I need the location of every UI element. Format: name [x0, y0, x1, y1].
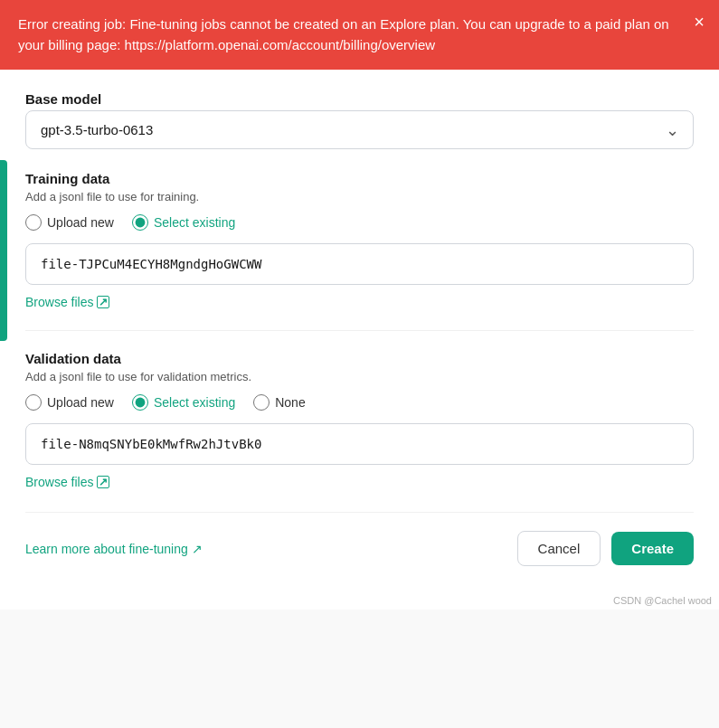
validation-upload-new-radio[interactable]: [25, 394, 42, 411]
main-content: Base model gpt-3.5-turbo-0613 gpt-3.5-tu…: [0, 70, 719, 591]
left-accent-bar: [0, 160, 7, 341]
validation-upload-new-option[interactable]: Upload new: [25, 394, 114, 411]
validation-select-existing-option[interactable]: Select existing: [132, 394, 235, 411]
training-data-desc: Add a jsonl file to use for training.: [25, 190, 694, 203]
create-button[interactable]: Create: [611, 532, 694, 565]
external-link-icon: ↗: [192, 542, 203, 556]
base-model-section: Base model gpt-3.5-turbo-0613 gpt-3.5-tu…: [25, 91, 694, 149]
validation-none-option[interactable]: None: [253, 394, 305, 411]
validation-upload-new-label: Upload new: [47, 395, 114, 410]
training-upload-new-radio[interactable]: [25, 214, 42, 231]
validation-data-title: Validation data: [25, 351, 694, 366]
footer-buttons: Cancel Create: [517, 531, 694, 566]
watermark: CSDN @Cachel wood: [0, 591, 719, 610]
error-banner: Error creating job: Fine-tuning jobs can…: [0, 0, 719, 70]
cancel-button[interactable]: Cancel: [517, 531, 601, 566]
validation-data-desc: Add a jsonl file to use for validation m…: [25, 370, 694, 383]
footer: Learn more about fine-tuning ↗ Cancel Cr…: [25, 512, 694, 566]
validation-file-input[interactable]: [25, 423, 694, 465]
training-select-existing-radio[interactable]: [132, 214, 148, 231]
learn-more-label: Learn more about fine-tuning: [25, 542, 188, 556]
training-data-radio-group: Upload new Select existing: [25, 214, 694, 231]
training-upload-new-label: Upload new: [47, 215, 114, 230]
validation-none-label: None: [275, 395, 305, 410]
validation-browse-link[interactable]: Browse files ↗: [25, 475, 109, 489]
validation-data-section: Validation data Add a jsonl file to use …: [25, 351, 694, 490]
training-data-section: Training data Add a jsonl file to use fo…: [25, 171, 694, 310]
error-close-button[interactable]: ×: [694, 13, 705, 31]
base-model-title: Base model: [25, 91, 694, 107]
external-link-icon: ↗: [97, 476, 109, 488]
training-upload-new-option[interactable]: Upload new: [25, 214, 114, 231]
base-model-select[interactable]: gpt-3.5-turbo-0613 gpt-3.5-turbo gpt-4: [25, 110, 694, 149]
learn-more-link[interactable]: Learn more about fine-tuning ↗: [25, 542, 203, 556]
training-browse-label: Browse files: [25, 295, 93, 309]
training-select-existing-option[interactable]: Select existing: [132, 214, 235, 231]
training-select-existing-label: Select existing: [154, 215, 235, 230]
validation-browse-label: Browse files: [25, 475, 93, 489]
training-file-input[interactable]: [25, 243, 694, 285]
section-divider: [25, 330, 694, 331]
training-data-title: Training data: [25, 171, 694, 186]
training-browse-link[interactable]: Browse files ↗: [25, 295, 109, 309]
external-link-icon: ↗: [97, 296, 109, 308]
validation-select-existing-radio[interactable]: [132, 394, 148, 411]
base-model-select-wrapper: gpt-3.5-turbo-0613 gpt-3.5-turbo gpt-4 ⌄: [25, 110, 694, 149]
validation-select-existing-label: Select existing: [154, 395, 235, 410]
validation-none-radio[interactable]: [253, 394, 270, 411]
error-message: Error creating job: Fine-tuning jobs can…: [18, 16, 669, 52]
validation-data-radio-group: Upload new Select existing None: [25, 394, 694, 411]
